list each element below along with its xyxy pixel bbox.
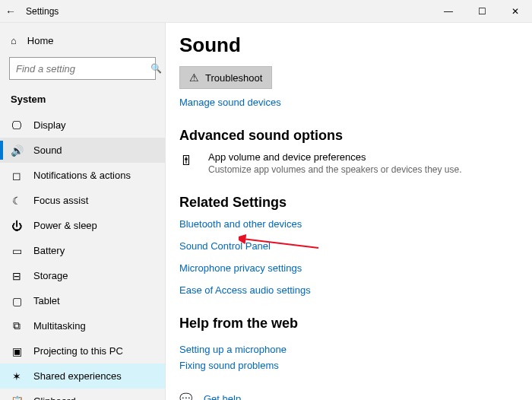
related-settings-heading: Related Settings xyxy=(179,195,518,211)
minimize-button[interactable]: — xyxy=(432,0,465,23)
tablet-icon: ▢ xyxy=(11,295,23,307)
nav-display[interactable]: 🖵 Display xyxy=(0,113,165,138)
bluetooth-link[interactable]: Bluetooth and other devices xyxy=(179,218,518,230)
app-volume-item[interactable]: 🎚 App volume and device preferences Cust… xyxy=(179,151,518,175)
search-icon: 🔍 xyxy=(150,63,162,74)
projecting-icon: ▣ xyxy=(11,345,23,357)
home-button[interactable]: ⌂ Home xyxy=(0,27,165,54)
fixing-sound-link[interactable]: Fixing sound problems xyxy=(179,360,279,371)
sound-icon: 🔊 xyxy=(11,144,23,157)
multitasking-icon: ⧉ xyxy=(11,320,23,332)
section-title: System xyxy=(0,89,165,113)
advanced-options-heading: Advanced sound options xyxy=(179,128,518,144)
search-input[interactable]: 🔍 xyxy=(9,57,156,80)
focus-icon: ☾ xyxy=(11,195,23,207)
get-help-row[interactable]: 💬 Get help xyxy=(179,392,518,400)
troubleshoot-button[interactable]: ⚠ Troubleshoot xyxy=(179,66,272,89)
sliders-icon: 🎚 xyxy=(179,151,198,169)
advanced-item-title: App volume and device preferences xyxy=(208,151,462,163)
display-icon: 🖵 xyxy=(11,119,23,132)
nav-multitasking[interactable]: ⧉ Multitasking xyxy=(0,313,165,338)
page-title: Sound xyxy=(179,33,518,57)
battery-icon: ▭ xyxy=(11,245,23,257)
maximize-button[interactable]: ☐ xyxy=(465,0,499,23)
sound-control-panel-link[interactable]: Sound Control Panel xyxy=(179,240,518,252)
back-button[interactable]: ← xyxy=(0,5,21,17)
get-help-link[interactable]: Get help xyxy=(204,393,241,401)
notifications-icon: ◻ xyxy=(11,170,23,182)
nav-focus-assist[interactable]: ☾ Focus assist xyxy=(0,188,165,213)
sidebar: ⌂ Home 🔍 System 🖵 Display 🔊 Sound ◻ Not xyxy=(0,23,166,400)
help-heading: Help from the web xyxy=(179,316,518,332)
nav-projecting[interactable]: ▣ Projecting to this PC xyxy=(0,338,165,363)
manage-sound-devices-link[interactable]: Manage sound devices xyxy=(179,97,281,108)
home-icon: ⌂ xyxy=(11,35,17,46)
power-icon: ⏻ xyxy=(11,220,23,232)
nav-storage[interactable]: ⊟ Storage xyxy=(0,263,165,288)
close-button[interactable]: ✕ xyxy=(499,0,532,23)
nav-battery[interactable]: ▭ Battery xyxy=(0,238,165,263)
nav-sound[interactable]: 🔊 Sound xyxy=(0,138,165,163)
warning-icon: ⚠ xyxy=(189,71,199,84)
ease-of-access-link[interactable]: Ease of Access audio settings xyxy=(179,284,518,296)
home-label: Home xyxy=(27,35,54,46)
microphone-privacy-link[interactable]: Microphone privacy settings xyxy=(179,262,518,274)
setup-microphone-link[interactable]: Setting up a microphone xyxy=(179,344,287,355)
nav-clipboard[interactable]: 📋 Clipboard xyxy=(0,389,165,400)
nav-power-sleep[interactable]: ⏻ Power & sleep xyxy=(0,213,165,238)
advanced-item-subtitle: Customize app volumes and the speakers o… xyxy=(208,164,462,175)
nav-tablet[interactable]: ▢ Tablet xyxy=(0,288,165,313)
window-title: Settings xyxy=(26,6,59,17)
titlebar: ← Settings — ☐ ✕ xyxy=(0,0,532,23)
nav-notifications[interactable]: ◻ Notifications & actions xyxy=(0,163,165,188)
clipboard-icon: 📋 xyxy=(11,395,23,401)
shared-icon: ✶ xyxy=(11,370,23,383)
get-help-icon: 💬 xyxy=(179,392,193,400)
storage-icon: ⊟ xyxy=(11,270,23,282)
main-content: Sound ⚠ Troubleshoot Manage sound device… xyxy=(166,23,532,400)
nav-shared-experiences[interactable]: ✶ Shared experiences xyxy=(0,363,165,389)
search-field[interactable] xyxy=(10,63,150,75)
